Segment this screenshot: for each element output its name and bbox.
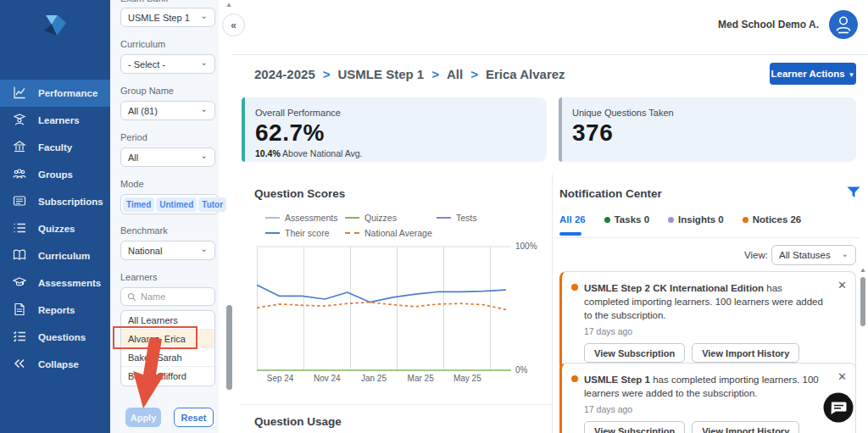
breadcrumb-separator: > <box>470 67 478 81</box>
view-status-select[interactable]: All Statuses⌄ <box>771 245 856 265</box>
curriculum-label: Curriculum <box>120 39 165 49</box>
sidebar-item-subscriptions[interactable]: Subscriptions <box>0 188 110 215</box>
filter-funnel-icon[interactable] <box>847 186 860 198</box>
view-import-history-button[interactable]: View Import History <box>692 421 799 433</box>
legend-their-score[interactable]: Their score <box>265 228 345 238</box>
section-divider <box>240 404 552 405</box>
chevron-down-icon: ⌄ <box>201 244 208 253</box>
assessments-line-swatch <box>265 217 280 219</box>
benchmark-select[interactable]: National⌄ <box>120 241 215 260</box>
sidebar: Performance Learners Faculty Groups Subs… <box>0 0 110 433</box>
learner-list-item[interactable]: Boyer, Clifford <box>121 367 214 386</box>
series-their-score <box>257 285 506 302</box>
tab-insights[interactable]: Insights 0 <box>668 214 724 225</box>
notification-card: USMLE Step 1 has completed importing lea… <box>559 363 856 433</box>
notification-time: 17 days ago <box>584 404 830 414</box>
notice-dot-icon <box>571 284 578 291</box>
sidebar-item-label: Groups <box>38 169 73 180</box>
sidebar-item-assessments[interactable]: Assessments <box>0 269 110 297</box>
user-avatar[interactable] <box>829 10 858 39</box>
view-subscription-button[interactable]: View Subscription <box>584 421 685 433</box>
breadcrumb-separator: > <box>323 67 331 81</box>
sidebar-item-label: Assessments <box>38 278 101 288</box>
sidebar-item-faculty[interactable]: Faculty <box>0 134 110 161</box>
collapse-chevrons-icon <box>13 357 26 372</box>
active-tab-underline <box>559 232 581 236</box>
view-subscription-button[interactable]: View Subscription <box>584 343 685 363</box>
mode-timed-chip[interactable]: Timed <box>123 197 154 212</box>
sidebar-item-label: Subscriptions <box>38 197 103 207</box>
sidebar-item-groups[interactable]: Groups <box>0 161 110 188</box>
unique-questions-card: Unique Questions Taken 376 <box>559 97 856 162</box>
sidebar-item-curriculum[interactable]: Curriculum <box>0 242 110 269</box>
sidebar-item-label: Learners <box>38 115 80 125</box>
question-scores-title: Question Scores <box>254 187 345 200</box>
reset-button[interactable]: Reset <box>174 408 214 427</box>
notification-text: USMLE Step 1 has completed importing lea… <box>584 373 830 400</box>
sidebar-item-learners[interactable]: Learners <box>0 107 110 134</box>
question-scores-chart <box>257 245 511 374</box>
tab-all[interactable]: All 26 <box>559 214 586 225</box>
book-icon <box>13 248 26 264</box>
unique-questions-value: 376 <box>572 119 856 147</box>
close-icon[interactable]: ✕ <box>837 279 847 291</box>
notice-dot-icon <box>571 375 578 382</box>
period-select[interactable]: All⌄ <box>120 147 215 167</box>
collapse-filter-panel-button[interactable]: « <box>222 14 245 36</box>
learner-list-item[interactable]: Baker, Sarah <box>121 348 214 367</box>
scrollbar-up-arrow-icon[interactable]: ▲ <box>225 1 232 8</box>
mode-toggle-group: Timed Untimed Tutor <box>120 194 219 214</box>
graduation-cap-icon <box>13 275 26 291</box>
notification-time: 17 days ago <box>584 326 830 336</box>
view-import-history-button[interactable]: View Import History <box>692 343 799 363</box>
breadcrumb-group[interactable]: All <box>447 67 463 81</box>
tab-notices[interactable]: Notices 26 <box>743 214 802 225</box>
tab-tasks[interactable]: Tasks 0 <box>604 214 649 225</box>
mode-tutor-chip[interactable]: Tutor <box>198 197 226 212</box>
card-list-icon <box>13 194 26 209</box>
mode-untimed-chip[interactable]: Untimed <box>156 197 197 212</box>
sidebar-collapse-button[interactable]: Collapse <box>0 351 110 378</box>
learner-list-item[interactable]: All Learners <box>121 311 214 330</box>
caret-down-icon: ▼ <box>849 71 855 79</box>
scrollbar-up-arrow-icon[interactable]: ▲ <box>860 266 866 274</box>
chevron-down-icon: ⌄ <box>842 249 849 258</box>
legend-assessments[interactable]: Assessments <box>265 213 345 223</box>
notifications-scrollbar-thumb[interactable] <box>860 277 865 326</box>
mode-label: Mode <box>120 179 144 189</box>
breadcrumb: 2024-2025 > USMLE Step 1 > All > Erica A… <box>254 67 565 81</box>
breadcrumb-exam[interactable]: USMLE Step 1 <box>338 67 425 81</box>
learner-list: All Learners Alvarez, Erica Baker, Sarah… <box>120 310 215 386</box>
chat-bubble-button[interactable] <box>823 392 854 423</box>
benchmark-label: Benchmark <box>120 225 168 236</box>
search-icon <box>127 292 136 302</box>
group-name-select[interactable]: All (81)⌄ <box>120 101 215 120</box>
question-usage-title: Question Usage <box>254 415 342 428</box>
sidebar-item-performance[interactable]: Performance <box>0 80 110 107</box>
sidebar-item-questions[interactable]: Questions <box>0 324 110 351</box>
learner-search-input[interactable] <box>141 291 200 302</box>
learner-list-item-selected[interactable]: Alvarez, Erica <box>121 330 214 348</box>
learner-actions-button[interactable]: Learner Actions▼ <box>770 63 856 85</box>
chevron-down-icon: ⌄ <box>201 151 208 160</box>
legend-national-average[interactable]: National Average <box>345 228 437 238</box>
close-icon[interactable]: ✕ <box>837 370 847 383</box>
y-axis-max-label: 100% <box>515 241 537 251</box>
exam-bank-select[interactable]: USMLE Step 1⌄ <box>120 8 215 27</box>
notification-center-title: Notification Center <box>559 187 662 200</box>
apply-button[interactable]: Apply <box>125 408 161 427</box>
series-national-average <box>257 303 506 310</box>
y-axis-min-label: 0% <box>515 365 527 375</box>
legend-tests[interactable]: Tests <box>437 213 477 223</box>
x-axis-labels: Sep 24Nov 24Jan 25Mar 25May 25 <box>257 374 491 383</box>
breadcrumb-year[interactable]: 2024-2025 <box>254 67 315 81</box>
legend-quizzes[interactable]: Quizzes <box>345 213 437 223</box>
header-divider <box>231 54 868 55</box>
quizzes-line-swatch <box>345 217 359 219</box>
notices-dot-icon <box>743 217 748 223</box>
curriculum-select[interactable]: - Select -⌄ <box>120 54 215 74</box>
user-name[interactable]: Med School Demo A. <box>718 19 819 31</box>
sidebar-item-quizzes[interactable]: Quizzes <box>0 215 110 242</box>
filter-scrollbar-thumb[interactable] <box>226 305 232 390</box>
sidebar-item-reports[interactable]: Reports <box>0 297 110 324</box>
